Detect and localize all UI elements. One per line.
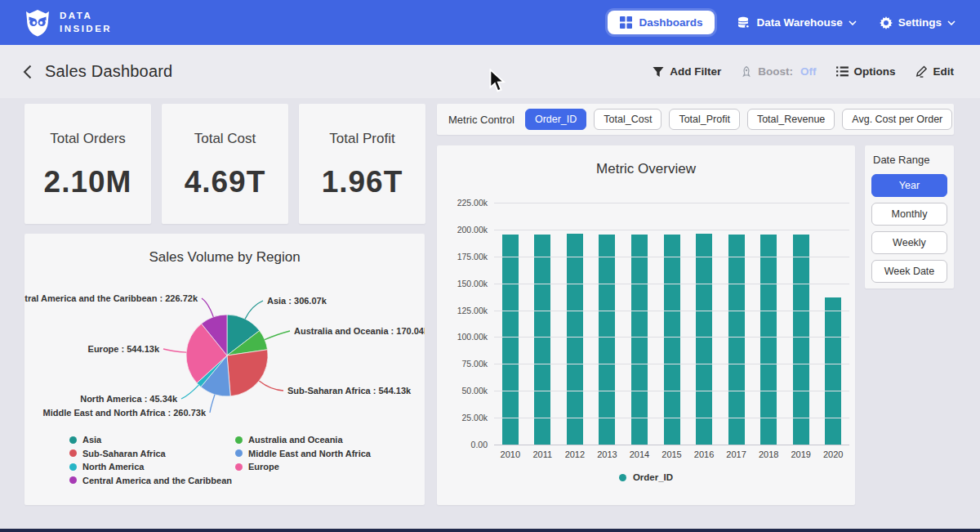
brand-line-2: INSIDER bbox=[60, 23, 112, 36]
y-tick-label: 200.00k bbox=[457, 225, 488, 235]
options-button[interactable]: Options bbox=[836, 65, 896, 78]
y-tick-label: 150.00k bbox=[457, 279, 488, 288]
bar-slot bbox=[623, 203, 656, 445]
pie-slice-asia[interactable] bbox=[227, 315, 260, 355]
bar-2020[interactable] bbox=[825, 297, 841, 445]
boost-toggle[interactable]: Boost: Off bbox=[741, 65, 816, 78]
dashboards-button[interactable]: Dashboards bbox=[608, 11, 715, 34]
bar-2013[interactable] bbox=[599, 235, 615, 445]
back-button[interactable] bbox=[23, 65, 32, 79]
top-nav-menu: Dashboards Data Warehouse Settings bbox=[608, 11, 956, 34]
date-range-weekly[interactable]: Weekly bbox=[871, 231, 947, 254]
chevron-down-icon bbox=[849, 20, 857, 25]
legend-dot bbox=[235, 449, 243, 457]
legend-label: Central America and the Caribbean bbox=[82, 476, 232, 485]
legend-dot bbox=[235, 436, 243, 444]
pie-slice-middle-east-and-north-africa[interactable] bbox=[201, 355, 230, 396]
legend-item-middle-east-and-north-africa[interactable]: Middle East and North Africa bbox=[235, 449, 371, 458]
gridline bbox=[494, 418, 849, 418]
data-warehouse-menu[interactable]: Data Warehouse bbox=[737, 16, 856, 29]
bar-2011[interactable] bbox=[534, 235, 550, 445]
date-range-week-date[interactable]: Week Date bbox=[871, 260, 947, 283]
pie-slice-europe[interactable] bbox=[186, 324, 227, 383]
metric-chip-total-revenue[interactable]: Total_Revenue bbox=[747, 109, 835, 130]
legend-dot bbox=[619, 474, 626, 481]
bar-slot bbox=[494, 203, 527, 445]
x-tick-label: 2019 bbox=[785, 449, 817, 459]
add-filter-button[interactable]: Add Filter bbox=[653, 65, 721, 78]
top-nav: DATA INSIDER Dashboards Data Warehouse bbox=[0, 0, 980, 45]
bar-2017[interactable] bbox=[728, 235, 745, 445]
x-tick-label: 2017 bbox=[720, 449, 753, 459]
date-range-monthly[interactable]: Monthly bbox=[871, 203, 947, 226]
legend-item-europe[interactable]: Europe bbox=[235, 462, 279, 472]
database-icon bbox=[737, 16, 751, 29]
pie-slice-label: Sub-Saharan Africa : 544.13k bbox=[287, 386, 412, 396]
brand-line-1: DATA bbox=[60, 10, 112, 23]
legend-item-asia[interactable]: Asia bbox=[69, 435, 101, 445]
bar-2019[interactable] bbox=[793, 235, 809, 445]
bar-2016[interactable] bbox=[696, 234, 712, 445]
legend-item-central-america-and-the-caribbean[interactable]: Central America and the Caribbean bbox=[69, 476, 232, 485]
date-range-button-group: YearMonthlyWeeklyWeek Date bbox=[871, 174, 947, 283]
pie-slice-australia-and-oceania[interactable] bbox=[227, 331, 268, 355]
x-tick-label: 2010 bbox=[494, 449, 527, 459]
dashboards-label: Dashboards bbox=[639, 16, 702, 29]
legend-item-north-america[interactable]: North America bbox=[69, 462, 144, 472]
legend-item-australia-and-oceania[interactable]: Australia and Oceania bbox=[235, 435, 343, 445]
metric-chip-avg-cost-per-order[interactable]: Avg. Cost per Order bbox=[842, 109, 952, 130]
pie-slice-central-america-and-the-caribbean[interactable] bbox=[202, 315, 227, 355]
metric-chip-total-cost[interactable]: Total_Cost bbox=[594, 109, 662, 130]
legend-label: North America bbox=[82, 462, 144, 472]
bar-2012[interactable] bbox=[567, 234, 583, 445]
bar-slot bbox=[688, 203, 720, 445]
kpi-card-total-profit: Total Profit 1.96T bbox=[299, 104, 425, 224]
gridline bbox=[494, 230, 849, 230]
bar-slot bbox=[817, 203, 849, 445]
gridline bbox=[494, 311, 849, 311]
pie-slice-label: North America : 45.34k bbox=[80, 394, 178, 404]
bar-chart-legend-item[interactable]: Order_ID bbox=[437, 472, 855, 482]
legend-label: Sub-Saharan Africa bbox=[82, 449, 166, 458]
date-range-panel: Date Range YearMonthlyWeeklyWeek Date bbox=[865, 145, 954, 288]
bar-slot bbox=[752, 203, 785, 445]
bar-chart-x-axis: 2010201120122013201420152016201720182019… bbox=[494, 449, 849, 459]
bar-chart-card: Metric Overview 225.00k200.00k175.00k150… bbox=[437, 145, 855, 505]
legend-item-sub-saharan-africa[interactable]: Sub-Saharan Africa bbox=[69, 449, 166, 458]
gridline bbox=[494, 391, 849, 391]
chevron-down-icon bbox=[947, 20, 956, 25]
kpi-value: 4.69T bbox=[185, 165, 266, 199]
x-tick-label: 2016 bbox=[688, 449, 720, 459]
brand-logo[interactable]: DATA INSIDER bbox=[24, 9, 112, 37]
bar-chart-plot bbox=[494, 203, 849, 445]
metric-control-label: Metric Control bbox=[448, 114, 514, 126]
bar-2014[interactable] bbox=[631, 235, 648, 445]
pie-slice-north-america[interactable] bbox=[197, 355, 227, 387]
pie-slice-label: Asia : 306.07k bbox=[267, 296, 327, 306]
page-title: Sales Dashboard bbox=[45, 62, 172, 81]
date-range-year[interactable]: Year bbox=[871, 174, 947, 197]
pie-chart-card: Sales Volume by Region Asia : 306.07kAus… bbox=[24, 234, 425, 505]
metric-control-bar: Metric Control Order_IDTotal_CostTotal_P… bbox=[437, 104, 954, 135]
bar-2010[interactable] bbox=[502, 235, 519, 445]
pie-chart-title: Sales Volume by Region bbox=[24, 234, 425, 266]
bar-2018[interactable] bbox=[760, 235, 777, 445]
kpi-card-total-cost: Total Cost 4.69T bbox=[162, 104, 288, 224]
metric-chip-total-profit[interactable]: Total_Profit bbox=[669, 109, 740, 130]
gridline bbox=[494, 337, 849, 338]
boost-value: Off bbox=[800, 65, 817, 78]
bar-slot bbox=[559, 203, 591, 445]
bar-slot bbox=[720, 203, 753, 445]
pie-slice-sub-saharan-africa[interactable] bbox=[227, 350, 268, 396]
chevron-left-icon bbox=[23, 65, 32, 79]
kpi-label: Total Orders bbox=[50, 131, 126, 147]
settings-menu[interactable]: Settings bbox=[880, 16, 956, 29]
owl-logo-icon bbox=[24, 9, 51, 37]
gridline bbox=[494, 257, 849, 257]
pie-slice-label: Central America and the Caribbean : 226.… bbox=[24, 293, 198, 303]
metric-chip-order-id[interactable]: Order_ID bbox=[525, 109, 586, 130]
bar-2015[interactable] bbox=[664, 235, 680, 445]
legend-label: Australia and Oceania bbox=[248, 435, 343, 445]
x-tick-label: 2015 bbox=[656, 449, 688, 459]
edit-button[interactable]: Edit bbox=[915, 65, 955, 78]
